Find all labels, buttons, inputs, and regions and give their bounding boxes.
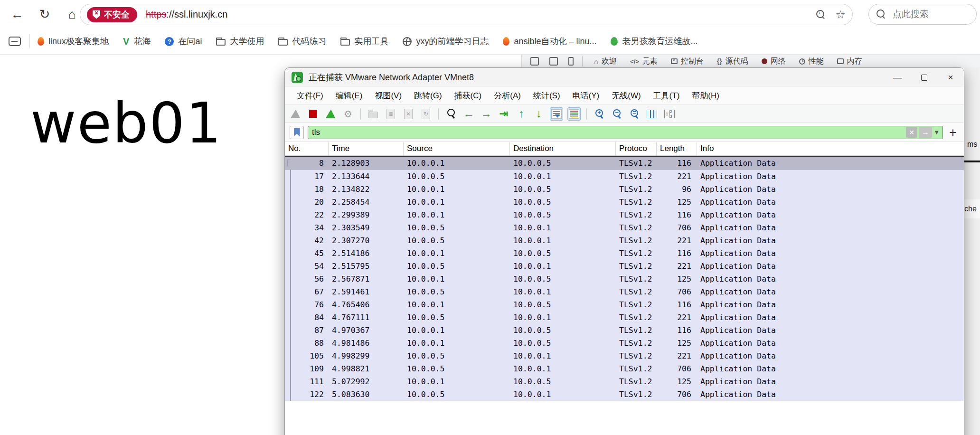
menu-工具(T)[interactable]: 工具(T) <box>647 90 686 101</box>
bookmark-item[interactable]: 实用工具 <box>340 36 388 47</box>
resize-columns-button[interactable] <box>645 107 659 121</box>
bookmark-item[interactable]: V花海 <box>123 36 151 47</box>
filter-bookmark-button[interactable] <box>290 126 304 139</box>
packet-row[interactable]: 844.76711110.0.0.510.0.0.1TLSv1.2221Appl… <box>285 311 964 324</box>
packet-row[interactable]: 1115.07299210.0.0.110.0.0.5TLSv1.2125App… <box>285 375 964 388</box>
menu-视图(V)[interactable]: 视图(V) <box>368 90 408 101</box>
stop-capture-button[interactable] <box>306 107 320 121</box>
zoom-out-button[interactable]: − <box>610 107 623 121</box>
display-filter-input[interactable] <box>312 128 906 137</box>
restart-capture-button[interactable] <box>324 107 337 121</box>
menu-编辑(E)[interactable]: 编辑(E) <box>330 90 369 101</box>
favorite-star-icon[interactable]: ☆ <box>835 8 846 21</box>
packet-row[interactable]: 562.56787110.0.0.110.0.0.5TLSv1.2125Appl… <box>285 273 964 285</box>
menu-电话(Y)[interactable]: 电话(Y) <box>566 90 606 101</box>
column-header-Info[interactable]: Info <box>697 142 964 155</box>
packet-row[interactable]: 182.13482210.0.0.110.0.0.5TLSv1.296Appli… <box>285 183 964 196</box>
column-header-Length[interactable]: Length <box>657 142 697 155</box>
display-filter-field[interactable]: ✕ → ▼ <box>308 126 943 139</box>
packet-row[interactable]: 222.29938910.0.0.110.0.0.5TLSv1.2116Appl… <box>285 208 964 221</box>
minimize-button[interactable]: — <box>884 68 911 87</box>
menu-捕获(C)[interactable]: 捕获(C) <box>448 90 488 101</box>
address-bar[interactable]: 不安全 https://ssl.linuxjk.cn + ☆ <box>80 4 853 25</box>
menu-文件(F)[interactable]: 文件(F) <box>291 90 330 101</box>
find-packet-button[interactable] <box>444 107 458 121</box>
device-toolbar-icon[interactable] <box>549 57 558 66</box>
quick-search-box[interactable] <box>868 4 977 25</box>
back-button[interactable]: ← <box>7 4 28 25</box>
last-packet-button[interactable]: ↓ <box>532 107 546 121</box>
column-header-Time[interactable]: Time <box>329 142 404 155</box>
packet-row[interactable]: 874.97036710.0.0.110.0.0.5TLSv1.2116Appl… <box>285 324 964 337</box>
close-button[interactable]: × <box>937 68 964 87</box>
wireshark-titlebar[interactable]: 正在捕获 VMware Network Adapter VMnet8 — × <box>285 68 964 87</box>
zoom-in-button[interactable]: + <box>593 107 606 121</box>
devtools-tab-元素[interactable]: </>元素 <box>623 55 664 68</box>
zoom-icon[interactable]: + <box>816 10 826 19</box>
not-secure-badge[interactable]: 不安全 <box>87 7 137 22</box>
filter-dropdown-caret[interactable]: ▼ <box>933 129 940 136</box>
maximize-button[interactable] <box>911 68 937 87</box>
inspect-icon[interactable] <box>530 57 539 66</box>
devtools-tab-性能[interactable]: 性能 <box>792 55 830 68</box>
devtools-tab-网络[interactable]: 网络 <box>755 55 792 68</box>
autoscroll-button[interactable] <box>550 107 563 121</box>
close-file-button[interactable]: ✕ <box>402 107 415 121</box>
packet-row[interactable]: 82.12890310.0.0.110.0.0.5TLSv1.2116Appli… <box>285 156 964 170</box>
filter-apply-icon[interactable]: → <box>919 127 932 138</box>
bookmark-item[interactable]: 代码练习 <box>278 36 326 47</box>
search-input[interactable] <box>893 9 959 19</box>
save-file-button[interactable]: ≣ <box>384 107 397 121</box>
bookmark-item[interactable]: 大学使用 <box>216 36 264 47</box>
device-phone-icon[interactable] <box>568 57 574 66</box>
devtools-tab-源代码[interactable]: {}源代码 <box>710 55 755 68</box>
filter-add-button[interactable]: + <box>947 126 959 139</box>
zoom-reset-button[interactable]: = <box>628 107 641 121</box>
menu-跳转(G)[interactable]: 跳转(G) <box>408 90 448 101</box>
devtools-tab-label: 元素 <box>642 57 658 66</box>
column-header-Destination[interactable]: Destination <box>510 142 616 155</box>
column-header-Source[interactable]: Source <box>404 142 510 155</box>
bookmark-item[interactable]: 老男孩教育运维故... <box>611 36 697 47</box>
menu-统计(S)[interactable]: 统计(S) <box>527 90 566 101</box>
packet-row[interactable]: 884.98148610.0.0.110.0.0.5TLSv1.2125Appl… <box>285 337 964 350</box>
first-packet-button[interactable]: ↑ <box>515 107 528 121</box>
devtools-tab-内存[interactable]: 内存 <box>830 55 869 68</box>
packet-row[interactable]: 342.30354910.0.0.510.0.0.1TLSv1.2706Appl… <box>285 221 964 234</box>
packet-row[interactable]: 1225.08363010.0.0.510.0.0.1TLSv1.2706App… <box>285 388 964 401</box>
packet-row[interactable]: 202.25845410.0.0.110.0.0.5TLSv1.2125Appl… <box>285 196 964 208</box>
colorize-button[interactable] <box>567 107 581 121</box>
packet-row[interactable]: 1054.99829910.0.0.510.0.0.1TLSv1.2221App… <box>285 350 964 362</box>
open-file-button[interactable] <box>367 107 380 121</box>
filter-clear-icon[interactable]: ✕ <box>906 127 917 138</box>
devtools-tab-控制台[interactable]: 控制台 <box>664 55 710 68</box>
packet-row[interactable]: 172.13364410.0.0.510.0.0.1TLSv1.2221Appl… <box>285 170 964 183</box>
reload-file-button[interactable]: ↻ <box>419 107 433 121</box>
menu-帮助(H)[interactable]: 帮助(H) <box>686 90 726 101</box>
capture-options-button[interactable]: ⚙ <box>341 107 355 121</box>
column-layout-button[interactable]: 12 3 <box>663 107 676 121</box>
bookmark-item[interactable]: ansible自动化 – linu... <box>503 36 596 47</box>
reload-button[interactable]: ↻ <box>34 4 55 25</box>
packet-row[interactable]: 452.51418610.0.0.110.0.0.5TLSv1.2116Appl… <box>285 247 964 260</box>
packet-row[interactable]: 672.59146110.0.0.510.0.0.1TLSv1.2706Appl… <box>285 285 964 298</box>
packet-row[interactable]: 1094.99882110.0.0.510.0.0.1TLSv1.2706App… <box>285 362 964 375</box>
column-header-Protoco[interactable]: Protoco <box>616 142 657 155</box>
devtools-tab-欢迎[interactable]: ⌂欢迎 <box>587 55 623 68</box>
next-packet-button[interactable]: → <box>480 107 493 121</box>
bookmark-item[interactable]: ?在问ai <box>165 36 202 47</box>
menu-无线(W)[interactable]: 无线(W) <box>605 90 647 101</box>
bookmark-item[interactable]: linux极客聚集地 <box>38 36 109 47</box>
packet-row[interactable]: 422.30727010.0.0.510.0.0.1TLSv1.2221Appl… <box>285 234 964 247</box>
goto-packet-button[interactable]: ⇥ <box>497 107 510 121</box>
packet-row[interactable]: 764.76540610.0.0.110.0.0.5TLSv1.2116Appl… <box>285 298 964 311</box>
start-capture-button[interactable] <box>289 107 302 121</box>
url-text[interactable]: https://ssl.linuxjk.cn <box>146 9 227 20</box>
sidebar-icon[interactable] <box>9 37 21 46</box>
menu-分析(A)[interactable]: 分析(A) <box>488 90 527 101</box>
packet-row[interactable]: 542.51579510.0.0.510.0.0.1TLSv1.2221Appl… <box>285 260 964 273</box>
column-header-No.[interactable]: No. <box>285 142 329 155</box>
bookmark-item[interactable]: yxy的前端学习日志 <box>403 36 489 47</box>
previous-packet-button[interactable]: ← <box>462 107 475 121</box>
packet-proto: TLSv1.2 <box>616 351 657 360</box>
